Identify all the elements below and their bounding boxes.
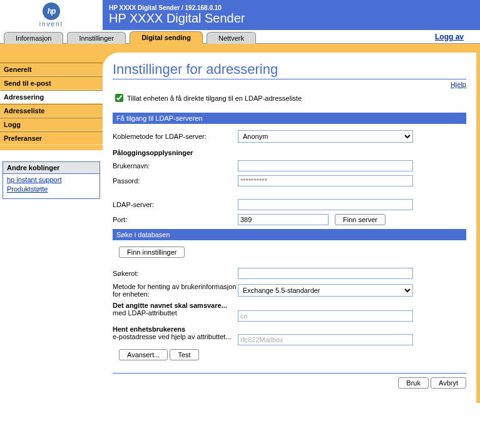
retrieve-attr-input [238, 334, 413, 345]
banner: HP XXXX Digital Sender / 192.168.0.10 HP… [103, 0, 480, 30]
link-product-support[interactable]: Produktstøtte [7, 185, 96, 194]
allow-ldap-checkbox[interactable] [115, 94, 123, 102]
page-title: Innstillinger for adressering [113, 61, 466, 78]
username-label: Brukernavn: [113, 162, 238, 170]
conn-method-select[interactable]: Anonym [238, 130, 413, 143]
logo-box: hp invent [0, 0, 103, 30]
hp-logo-icon: hp [43, 3, 60, 20]
password-label: Passord: [113, 177, 238, 185]
username-input[interactable] [238, 160, 413, 171]
header: hp invent HP XXXX Digital Sender / 192.1… [0, 0, 480, 30]
logoff-link[interactable]: Logg av [435, 33, 464, 41]
section-bar-search-db: Søke i databasen [113, 229, 466, 240]
port-label: Port: [113, 216, 238, 223]
find-server-button[interactable]: Finn server [335, 214, 386, 225]
match-attr-input [238, 310, 413, 322]
sidebar-item-log[interactable]: Logg [0, 118, 103, 131]
ldap-server-label: LDAP-server: [113, 201, 238, 208]
search-root-label: Søkerot: [113, 270, 238, 277]
match-heading: Det angitte navnet skal samsvare... [113, 302, 238, 309]
tab-network[interactable]: Nettverk [207, 32, 256, 44]
tab-settings[interactable]: Innstillinger [67, 32, 126, 44]
sidebar-item-addresslist[interactable]: Adresseliste [0, 104, 103, 118]
password-input[interactable] [238, 175, 413, 186]
tab-information[interactable]: Informasjon [4, 32, 63, 44]
apply-button[interactable]: Bruk [398, 377, 429, 389]
advanced-button[interactable]: Avansert... [119, 349, 168, 360]
sidebar-item-prefs[interactable]: Preferanser [0, 131, 103, 145]
tab-digital-sending[interactable]: Digital sending [130, 31, 203, 44]
allow-ldap-label: Tillat enheten å få direkte tilgang til … [127, 94, 302, 102]
title-rule [113, 79, 466, 79]
banner-large: HP XXXX Digital Sender [109, 11, 474, 26]
cancel-button[interactable]: Avbryt [431, 377, 466, 389]
content-panel: Innstillinger for adressering Hjelp Till… [103, 53, 476, 403]
retrieval-method-label: Metode for henting av brukerinformasjon … [113, 283, 238, 298]
find-settings-button[interactable]: Finn innstillinger [119, 247, 185, 258]
sidebar-item-general[interactable]: Generelt [0, 63, 103, 76]
tab-row: Informasjon Innstillinger Digital sendin… [0, 30, 480, 44]
help-link[interactable]: Hjelp [451, 81, 466, 88]
link-hp-instant-support[interactable]: hp instant support [7, 175, 96, 185]
conn-method-label: Koblemetode for LDAP-server: [113, 133, 238, 140]
logo-subtext: invent [39, 21, 64, 28]
credentials-heading: Påloggingsopplysninger [113, 149, 466, 156]
retrieve-heading: Hent enhetsbrukerens [113, 325, 238, 333]
retrieve-label: e-postadresse ved hjelp av attributtet..… [113, 333, 238, 340]
footer-rule [113, 373, 466, 374]
sidebar: Generelt Send til e-post Adressering Adr… [0, 44, 103, 150]
other-links-heading: Andre koblinger [3, 162, 100, 174]
match-label: med LDAP-attributtet [113, 309, 238, 317]
banner-small: HP XXXX Digital Sender / 192.168.0.10 [109, 4, 474, 11]
section-bar-ldap-access: Få tilgang til LDAP-serveren [113, 113, 466, 124]
other-links-box: Andre koblinger hp instant support Produ… [3, 161, 100, 199]
search-root-input[interactable] [238, 268, 413, 279]
sidebar-item-sendemail[interactable]: Send til e-post [0, 76, 103, 90]
port-input[interactable] [238, 214, 329, 225]
ldap-server-input[interactable] [238, 199, 413, 210]
sidebar-item-addressing[interactable]: Adressering [0, 90, 103, 104]
test-button[interactable]: Test [170, 349, 198, 360]
retrieval-method-select[interactable]: Exchange 5.5-standarder [238, 284, 413, 297]
